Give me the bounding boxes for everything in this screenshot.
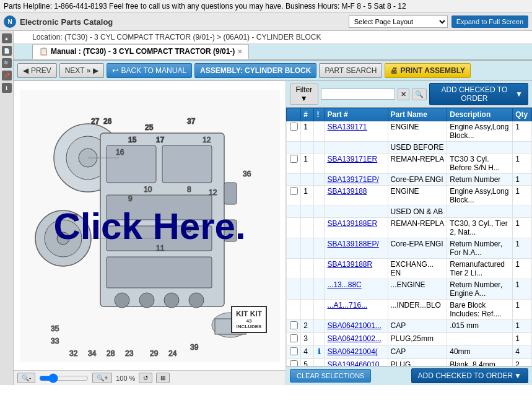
info-col (314, 300, 325, 320)
part-link[interactable]: SBA139188EP/ (327, 240, 378, 248)
table-row: 1SBA139188ENGINEEngine Assy,Long Block..… (287, 186, 532, 206)
row-checkbox[interactable] (290, 123, 298, 131)
part-id-col[interactable]: SBA06421004( (325, 346, 388, 359)
parts-toolbar: Filter ▼ ✕ 🔍 ADD CHECKED TO ORDER ▼ (286, 81, 532, 108)
part-link[interactable]: SBA139188ER (327, 219, 377, 228)
part-link[interactable]: SBA06421001... (327, 321, 381, 330)
row-checkbox[interactable] (290, 187, 298, 195)
part-id-col[interactable]: SBA139188 (325, 186, 388, 206)
manual-tab[interactable]: 📋 Manual : (TC30) - 3 CYL COMPACT TRACTO… (32, 44, 249, 59)
sidebar-icon-4[interactable]: 📌 (2, 71, 12, 80)
zoom-fit-button[interactable]: ⊞ (156, 373, 170, 383)
part-number-col (301, 218, 314, 238)
part-id-col[interactable]: ...A1...716... (325, 300, 388, 320)
part-number-col (301, 279, 314, 300)
part-id-col[interactable]: SBA139188R (325, 259, 388, 279)
part-search-button[interactable]: PART SEARCH (319, 63, 382, 78)
svg-text:35: 35 (51, 324, 59, 333)
sidebar-icon-1[interactable]: ▲ (2, 33, 12, 43)
location-bar: Location: (TC30) - 3 CYL COMPACT TRACTOR… (14, 31, 532, 44)
info-col (314, 121, 325, 142)
part-number-col: 1 (301, 121, 314, 142)
part-id-col[interactable]: SBA139188EP/ (325, 238, 388, 259)
part-id-col[interactable]: ...13...88C (325, 279, 388, 300)
part-link[interactable]: SBA139188 (327, 187, 367, 196)
add-order-dropdown-arrow: ▼ (515, 90, 523, 98)
zoom-in-button[interactable]: 🔍+ (92, 373, 112, 383)
add-checked-to-order-button[interactable]: ADD CHECKED TO ORDER ▼ (429, 83, 528, 105)
part-name-col: EXCHANG... EN (388, 259, 447, 279)
manual-tab-icon: 📋 (39, 47, 48, 56)
info-icon[interactable]: ℹ (318, 347, 321, 356)
svg-text:23: 23 (125, 349, 134, 358)
table-row: 3SBA06421002...PLUG,25mm1 (287, 333, 532, 346)
part-id-col[interactable]: SBA139171ER (325, 154, 388, 174)
filter-search-button[interactable]: 🔍 (412, 89, 427, 100)
part-name-col: USED BEFORE (388, 142, 447, 154)
part-id-col[interactable]: SBA139171 (325, 121, 388, 142)
row-checkbox[interactable] (290, 155, 298, 163)
row-checkbox[interactable] (290, 321, 298, 329)
filter-input[interactable] (321, 89, 395, 100)
description-col: TC30, 3 Cyl., Tier 2, Nat... (447, 218, 513, 238)
back-to-manual-button[interactable]: ↩ BACK TO MANUAL (107, 63, 192, 78)
manual-tab-label: Manual : (TC30) - 3 CYL COMPACT TRACTOR … (51, 47, 235, 56)
col-qty: Qty (513, 108, 532, 121)
part-name-col: PLUG (388, 359, 447, 366)
row-checkbox[interactable] (290, 347, 298, 355)
part-link[interactable]: SBA139171EP/ (327, 175, 378, 184)
part-id-col[interactable]: SBA139171EP/ (325, 174, 388, 186)
part-link[interactable]: ...13...88C (327, 280, 361, 289)
svg-rect-5 (107, 145, 156, 183)
part-id-col[interactable]: SBA06421002... (325, 333, 388, 346)
part-number-col: 3 (301, 333, 314, 346)
filter-dropdown-button[interactable]: Filter ▼ (290, 84, 318, 105)
part-link[interactable]: SBA139171 (327, 123, 367, 131)
assembly-button[interactable]: ASSEMBLY: CYLINDER BLOCK (194, 63, 316, 78)
svg-point-10 (115, 293, 129, 308)
expand-button[interactable]: Expand to Full Screen (451, 15, 528, 28)
add-checked-to-order-footer-button[interactable]: ADD CHECKED TO ORDER ▼ (411, 368, 528, 383)
zoom-slider[interactable] (39, 373, 89, 383)
svg-point-12 (164, 293, 179, 308)
zoom-out-button[interactable]: 🔍- (17, 373, 35, 383)
row-checkbox[interactable] (290, 334, 298, 342)
parts-table-container[interactable]: # ! Part # Part Name Description Qty 1SB… (286, 108, 532, 366)
info-col[interactable]: ℹ (314, 346, 325, 359)
part-id-col[interactable]: SBA198466010 (325, 359, 388, 366)
svg-text:27: 27 (91, 117, 100, 126)
part-number-col (301, 300, 314, 320)
qty-col: 1 (513, 174, 532, 186)
diagram-image[interactable]: 27 26 25 37 17 15 16 12 12 10 11 9 (14, 81, 286, 370)
prev-arrow-icon: ◀ (23, 66, 28, 75)
next-button[interactable]: NEXT » ▶ (59, 63, 105, 78)
description-col: 40mm (447, 346, 513, 359)
svg-text:5: 5 (187, 225, 191, 234)
part-link[interactable]: SBA06421004( (327, 347, 377, 356)
tab-close-icon[interactable]: ✕ (237, 48, 242, 55)
page-layout-select[interactable]: Select Page Layout (349, 15, 448, 28)
part-id-col (325, 206, 388, 218)
sidebar-icon-5[interactable]: ℹ (2, 83, 12, 93)
row-checkbox[interactable] (290, 360, 298, 366)
part-id-col[interactable]: SBA139188ER (325, 218, 388, 238)
zoom-reset-button[interactable]: ↺ (139, 373, 152, 383)
part-link[interactable]: SBA198466010 (327, 360, 379, 366)
sidebar-icon-3[interactable]: 🔍 (2, 58, 12, 68)
part-link[interactable]: SBA06421002... (327, 334, 381, 343)
prev-button[interactable]: ◀ PREV (17, 63, 57, 78)
part-link[interactable]: ...A1...716... (327, 301, 367, 310)
footer-dropdown-arrow: ▼ (514, 371, 521, 380)
sidebar-icon-2[interactable]: 📄 (2, 46, 12, 56)
part-link[interactable]: SBA139188R (327, 260, 372, 269)
svg-rect-6 (162, 145, 212, 183)
print-assembly-button[interactable]: 🖨 PRINT ASSEMBLY (385, 63, 470, 78)
clear-selections-button[interactable]: CLEAR SELECTIONS (290, 369, 371, 383)
svg-text:9: 9 (128, 194, 133, 203)
location-text: Location: (TC30) - 3 CYL COMPACT TRACTOR… (32, 33, 321, 41)
svg-text:24: 24 (168, 349, 177, 358)
part-link[interactable]: SBA139171ER (327, 155, 377, 163)
filter-clear-button[interactable]: ✕ (398, 89, 409, 100)
part-number-col: 2 (301, 320, 314, 333)
part-id-col[interactable]: SBA06421001... (325, 320, 388, 333)
